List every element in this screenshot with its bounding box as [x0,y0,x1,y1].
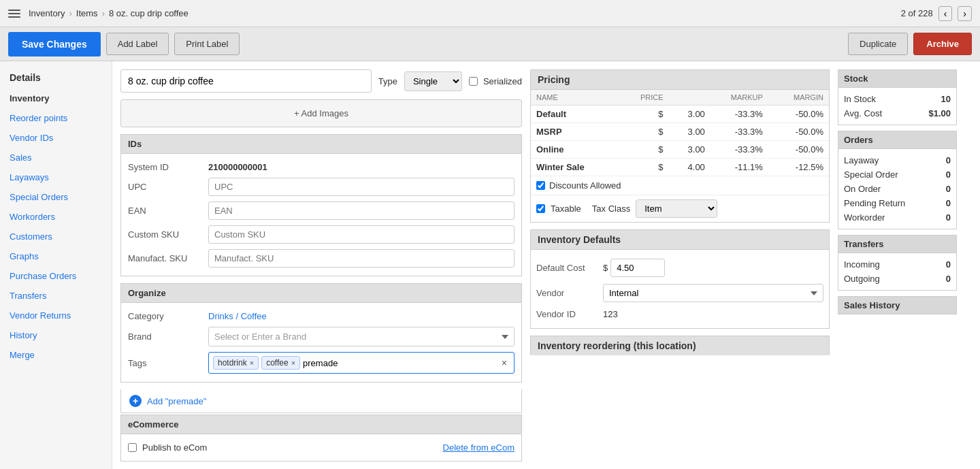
sidebar-item-special-orders[interactable]: Special Orders [0,187,112,207]
custom-sku-row: Custom SKU [128,223,514,246]
sales-history-header: Sales History [838,296,957,314]
brand-select[interactable]: Select or Enter a Brand [208,327,514,346]
top-nav: Inventory › Items › 8 oz. cup drip coffe… [0,0,980,27]
tag-coffee-remove[interactable]: × [291,359,295,367]
manufact-sku-input[interactable] [208,249,514,268]
category-label: Category [128,311,203,321]
tags-clear-icon[interactable]: × [499,357,510,368]
tax-class-select[interactable]: Item Service Non-taxable [636,199,717,218]
ecommerce-section-body: Publish to eCom Delete from eCom [120,434,522,462]
taxable-checkbox[interactable] [536,204,545,213]
tag-coffee: coffee × [261,356,300,370]
type-select[interactable]: Single Variable Bundle [404,71,462,91]
breadcrumb-inventory[interactable]: Inventory [29,8,65,18]
default-cost-input[interactable] [610,259,665,277]
duplicate-button[interactable]: Duplicate [848,33,908,55]
inventory-defaults-body: Default Cost $ Vendor Internal [531,250,829,328]
sidebar-item-sales[interactable]: Sales [0,148,112,167]
content-area: Type Single Variable Bundle Serialized +… [112,61,980,469]
outgoing-row: Outgoing 0 [844,272,951,286]
vendor-select[interactable]: Internal [603,284,823,302]
pagination-next[interactable]: › [958,6,972,21]
item-name-row: Type Single Variable Bundle Serialized [120,69,522,93]
pending-return-label: Pending Return [844,198,905,208]
upc-input[interactable] [208,178,514,196]
col-margin: MARGIN [768,90,829,106]
serialized-checkbox[interactable] [469,77,478,86]
avg-cost-label: Avg. Cost [844,108,882,118]
special-order-row: Special Order 0 [844,167,951,182]
transfers-header: Transfers [838,235,957,253]
col-markup: MARKUP [669,90,768,106]
vendor-id-label: Vendor ID [536,309,598,319]
sidebar-item-layaways[interactable]: Layaways [0,167,112,187]
tag-input[interactable] [303,358,417,368]
tag-hotdrink-remove[interactable]: × [250,359,254,367]
sidebar-item-vendor-ids[interactable]: Vendor IDs [0,128,112,148]
sidebar-item-merge[interactable]: Merge [0,345,112,365]
breadcrumb-items[interactable]: Items [76,8,98,18]
incoming-row: Incoming 0 [844,257,951,272]
custom-sku-input[interactable] [208,225,514,244]
sidebar-item-purchase-orders[interactable]: Purchase Orders [0,266,112,286]
sales-history-section: Sales History [838,296,957,314]
sidebar-item-transfers[interactable]: Transfers [0,286,112,306]
pricing-row-msrp: MSRP $ 3.00 -33.3% -50.0% [531,123,829,141]
vendor-id-value: 123 [603,309,618,319]
sidebar-item-vendor-returns[interactable]: Vendor Returns [0,306,112,325]
breadcrumb-current: 8 oz. cup drip coffee [109,8,189,18]
menu-icon [8,10,20,18]
on-order-value: 0 [946,184,951,194]
add-images-button[interactable]: + Add Images [120,99,522,127]
category-row: Category Drinks / Coffee [128,308,514,324]
delete-from-ecom-link[interactable]: Delete from eCom [443,442,514,453]
in-stock-value: 10 [941,94,951,104]
ids-section-header: IDs [120,134,522,154]
discounts-allowed-label: Discounts Allowed [549,180,621,191]
print-label-button[interactable]: Print Label [174,33,240,55]
transfers-body: Incoming 0 Outgoing 0 [838,253,957,291]
suggestion-plus-icon: + [129,395,142,407]
publish-ecom-label: Publish to eCom [142,442,207,453]
middle-column: Pricing NAME PRICE MARKUP MARGIN Default [530,69,830,461]
sidebar-item-reorder-points[interactable]: Reorder points [0,108,112,128]
stock-section: Stock In Stock 10 Avg. Cost $1.00 [838,69,957,125]
sidebar-item-graphs[interactable]: Graphs [0,246,112,266]
pricing-row-default: Default $ 3.00 -33.3% -50.0% [531,106,829,123]
workorder-row: Workorder 0 [844,210,951,225]
discounts-allowed-checkbox[interactable] [536,181,545,190]
system-id-value: 210000000001 [208,162,267,172]
on-order-label: On Order [844,184,881,194]
sidebar-item-customers[interactable]: Customers [0,227,112,246]
vendor-label: Vendor [536,288,598,298]
outgoing-value: 0 [946,274,951,284]
organize-section-header: Organize [120,283,522,303]
add-label-button[interactable]: Add Label [106,33,169,55]
transfers-section: Transfers Incoming 0 Outgoing 0 [838,235,957,291]
item-name-input[interactable] [120,69,372,93]
pending-return-row: Pending Return 0 [844,196,951,210]
tags-container[interactable]: hotdrink × coffee × × [208,352,514,374]
main-layout: Details Inventory Reorder points Vendor … [0,61,980,469]
sidebar-item-history[interactable]: History [0,325,112,345]
special-order-label: Special Order [844,169,898,180]
ean-input[interactable] [208,201,514,220]
special-order-value: 0 [946,169,951,180]
save-button[interactable]: Save Changes [8,32,101,56]
category-link[interactable]: Drinks / Coffee [208,311,267,321]
incoming-value: 0 [946,259,951,270]
pagination-prev[interactable]: ‹ [938,6,953,21]
sidebar-item-inventory[interactable]: Inventory [0,88,112,108]
archive-button[interactable]: Archive [913,33,972,55]
system-id-row: System ID 210000000001 [128,159,514,175]
publish-ecom-checkbox[interactable] [128,443,137,452]
default-cost-label: Default Cost [536,263,598,273]
stock-header: Stock [838,69,957,88]
layaway-row: Layaway 0 [844,153,951,167]
tag-suggestion-dropdown[interactable]: + Add "premade" [120,389,522,413]
col-price: PRICE [619,90,669,106]
breadcrumb: Inventory › Items › 8 oz. cup drip coffe… [8,8,189,18]
layaway-label: Layaway [844,155,879,165]
sidebar-item-workorders[interactable]: Workorders [0,207,112,227]
vendor-id-row: Vendor ID 123 [536,306,823,323]
